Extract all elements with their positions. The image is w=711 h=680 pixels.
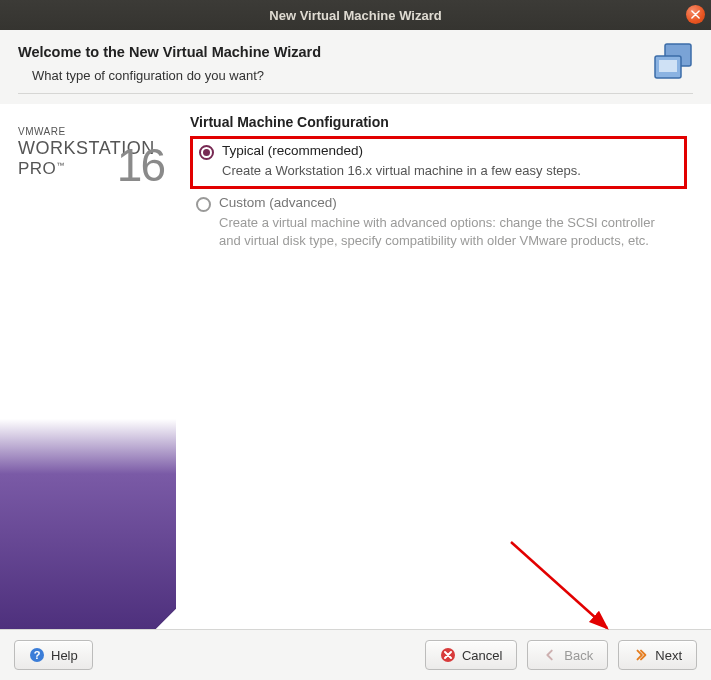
option-typical[interactable]: Typical (recommended) <box>199 143 676 160</box>
chevron-right-icon <box>633 647 649 663</box>
help-button-label: Help <box>51 648 78 663</box>
sidebar-decor-wedge <box>0 198 176 629</box>
brand-pro: PRO <box>18 159 56 178</box>
radio-custom[interactable] <box>196 197 211 212</box>
window-title: New Virtual Machine Wizard <box>269 8 441 23</box>
header-divider <box>18 93 693 94</box>
svg-rect-2 <box>659 60 677 72</box>
back-button: Back <box>527 640 608 670</box>
wizard-footer: ? Help Cancel Back Next <box>0 629 711 680</box>
close-icon <box>691 10 700 19</box>
wizard-header: Welcome to the New Virtual Machine Wizar… <box>0 30 711 104</box>
cancel-button-label: Cancel <box>462 648 502 663</box>
close-button[interactable] <box>686 5 705 24</box>
help-icon: ? <box>29 647 45 663</box>
cancel-button[interactable]: Cancel <box>425 640 517 670</box>
wizard-subtitle: What type of configuration do you want? <box>32 68 693 83</box>
back-button-label: Back <box>564 648 593 663</box>
next-button-label: Next <box>655 648 682 663</box>
titlebar: New Virtual Machine Wizard <box>0 0 711 30</box>
option-typical-label: Typical (recommended) <box>222 143 363 158</box>
next-button[interactable]: Next <box>618 640 697 670</box>
radio-typical[interactable] <box>199 145 214 160</box>
chevron-left-icon <box>542 647 558 663</box>
wizard-content: Virtual Machine Configuration Typical (r… <box>176 104 711 629</box>
brand-version: 16 <box>117 138 164 192</box>
brand-tm: ™ <box>56 161 64 170</box>
brand-vmware: VMWARE <box>18 126 176 137</box>
wizard-header-icon <box>651 42 695 90</box>
option-typical-highlight-box: Typical (recommended) Create a Workstati… <box>190 136 687 189</box>
wizard-main: VMWARE WORKSTATION PRO™ 16 Virtual Machi… <box>0 104 711 629</box>
svg-text:?: ? <box>34 649 41 661</box>
option-custom-group: Custom (advanced) Create a virtual machi… <box>190 191 687 256</box>
wizard-welcome-title: Welcome to the New Virtual Machine Wizar… <box>18 44 693 60</box>
help-button[interactable]: ? Help <box>14 640 93 670</box>
section-title-vm-config: Virtual Machine Configuration <box>190 114 687 130</box>
sidebar-brand-panel: VMWARE WORKSTATION PRO™ 16 <box>0 104 176 629</box>
window-body: Welcome to the New Virtual Machine Wizar… <box>0 30 711 680</box>
option-typical-desc: Create a Workstation 16.x virtual machin… <box>222 162 676 180</box>
option-custom-desc: Create a virtual machine with advanced o… <box>219 214 679 250</box>
cancel-icon <box>440 647 456 663</box>
option-custom-label: Custom (advanced) <box>219 195 337 210</box>
option-custom[interactable]: Custom (advanced) <box>196 195 679 212</box>
